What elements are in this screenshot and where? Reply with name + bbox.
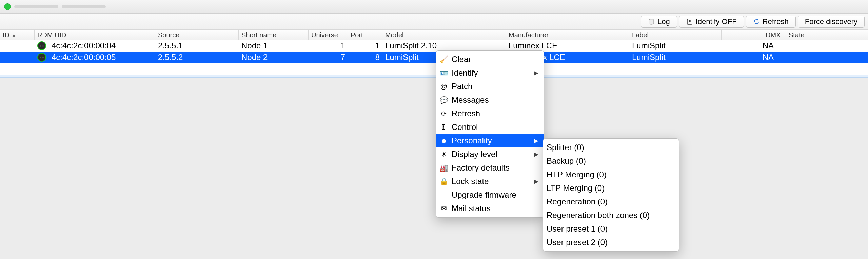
title-placeholder: [14, 5, 58, 8]
refresh-icon: ⟳: [439, 109, 448, 118]
content-pane: [0, 78, 868, 259]
table-row[interactable]: 4c:4c:2c:00:00:04 2.5.5.1 Node 1 1 1 Lum…: [0, 40, 868, 52]
col-source[interactable]: Source: [155, 30, 239, 40]
submenu-arrow-icon: ▶: [534, 137, 538, 144]
cell-universe: 7: [309, 52, 348, 63]
col-short-name[interactable]: Short name: [239, 30, 309, 40]
at-icon: @: [439, 83, 448, 91]
cell-state: [786, 45, 868, 46]
col-state[interactable]: State: [786, 30, 868, 40]
cell-dmx: NA: [722, 52, 786, 63]
force-label: Force discovery: [805, 17, 857, 26]
speech-icon: 💬: [439, 96, 448, 104]
identify-label: Identify OFF: [696, 17, 737, 26]
submenu-arrow-icon: ▶: [534, 178, 538, 185]
submenu-backup[interactable]: Backup (0): [543, 154, 679, 168]
device-icon: [37, 41, 46, 50]
col-dmx[interactable]: DMX: [722, 30, 786, 40]
context-menu[interactable]: 🧹Clear 🪪Identify▶ @Patch 💬Messages ⟳Refr…: [436, 50, 544, 218]
broom-icon: 🧹: [439, 55, 448, 63]
device-icon: [37, 53, 46, 62]
submenu-user-preset-2[interactable]: User preset 2 (0): [543, 236, 679, 249]
refresh-icon: [753, 18, 760, 25]
window-titlebar[interactable]: [0, 0, 868, 14]
cell-port: 8: [348, 52, 382, 63]
cell-port: 1: [348, 40, 382, 51]
col-manufacturer[interactable]: Manufacturer: [506, 30, 629, 40]
cell-manufacturer: Luminex LCE: [506, 40, 629, 51]
menu-clear[interactable]: 🧹Clear: [436, 53, 544, 66]
table-row[interactable]: 4c:4c:2c:00:00:05 2.5.5.2 Node 2 7 8 Lum…: [0, 52, 868, 63]
toolbar: Log Identify OFF Refresh Force discovery: [0, 14, 868, 30]
table-header[interactable]: ID▲ RDM UID Source Short name Universe P…: [0, 30, 868, 40]
table-row-empty: [0, 63, 868, 75]
cell-universe: 1: [309, 40, 348, 51]
factory-icon: 🏭: [439, 164, 448, 172]
menu-mail-status[interactable]: ✉Mail status: [436, 202, 544, 215]
smiley-icon: ☻: [439, 137, 448, 145]
menu-refresh[interactable]: ⟳Refresh: [436, 107, 544, 120]
menu-personality[interactable]: ☻Personality▶: [436, 134, 544, 147]
log-button[interactable]: Log: [641, 16, 677, 28]
cell-model: LumiSplit 2.10: [382, 40, 506, 51]
svg-point-2: [689, 20, 691, 22]
title-placeholder: [62, 5, 106, 8]
personality-submenu[interactable]: Splitter (0) Backup (0) HTP Merging (0) …: [543, 138, 679, 252]
sliders-icon: 🎚: [439, 123, 448, 131]
menu-messages[interactable]: 💬Messages: [436, 93, 544, 107]
cell-short: Node 1: [239, 40, 309, 51]
sort-asc-icon: ▲: [12, 32, 16, 38]
mail-icon: ✉: [439, 204, 448, 213]
cell-source: 2.5.5.2: [155, 52, 239, 63]
menu-factory-defaults[interactable]: 🏭Factory defaults: [436, 161, 544, 175]
lock-icon: 🔒: [439, 177, 448, 185]
submenu-htp[interactable]: HTP Merging (0): [543, 168, 679, 181]
log-label: Log: [657, 17, 670, 26]
app-window: Log Identify OFF Refresh Force discovery…: [0, 0, 868, 259]
menu-patch[interactable]: @Patch: [436, 80, 544, 93]
cell-uid: 4c:4c:2c:00:00:05: [49, 52, 155, 63]
identify-button[interactable]: Identify OFF: [679, 16, 744, 28]
cell-dmx: NA: [722, 40, 786, 51]
cell-label: LumiSplit: [629, 40, 722, 51]
submenu-user-preset-1[interactable]: User preset 1 (0): [543, 222, 679, 236]
col-port[interactable]: Port: [348, 30, 382, 40]
col-uid[interactable]: RDM UID: [35, 30, 155, 40]
col-label[interactable]: Label: [629, 30, 722, 40]
col-id[interactable]: ID▲: [0, 30, 35, 40]
brightness-icon: ☀: [439, 150, 448, 158]
submenu-ltp[interactable]: LTP Merging (0): [543, 181, 679, 195]
database-icon: [648, 18, 655, 25]
device-table: ID▲ RDM UID Source Short name Universe P…: [0, 30, 868, 78]
identify-icon: [686, 18, 693, 25]
submenu-regeneration[interactable]: Regeneration (0): [543, 195, 679, 208]
submenu-regeneration-both[interactable]: Regeneration both zones (0): [543, 208, 679, 222]
cell-uid: 4c:4c:2c:00:00:04: [49, 40, 155, 51]
cell-source: 2.5.5.1: [155, 40, 239, 51]
menu-display-level[interactable]: ☀Display level▶: [436, 147, 544, 161]
table-row-empty: [0, 75, 868, 77]
submenu-arrow-icon: ▶: [534, 151, 538, 158]
menu-lock-state[interactable]: 🔒Lock state▶: [436, 175, 544, 188]
submenu-splitter[interactable]: Splitter (0): [543, 141, 679, 154]
submenu-arrow-icon: ▶: [534, 69, 538, 77]
col-model[interactable]: Model: [382, 30, 506, 40]
refresh-button[interactable]: Refresh: [746, 16, 796, 28]
cell-short: Node 2: [239, 52, 309, 63]
menu-upgrade-firmware[interactable]: Upgrade firmware: [436, 188, 544, 202]
force-discovery-button[interactable]: Force discovery: [798, 16, 865, 28]
cell-state: [786, 57, 868, 58]
col-universe[interactable]: Universe: [309, 30, 348, 40]
menu-control[interactable]: 🎚Control: [436, 120, 544, 134]
identify-icon: 🪪: [439, 69, 448, 77]
window-close-icon[interactable]: [4, 3, 11, 10]
cell-label: LumiSplit: [629, 52, 722, 63]
refresh-label: Refresh: [763, 17, 789, 26]
menu-identify[interactable]: 🪪Identify▶: [436, 66, 544, 80]
